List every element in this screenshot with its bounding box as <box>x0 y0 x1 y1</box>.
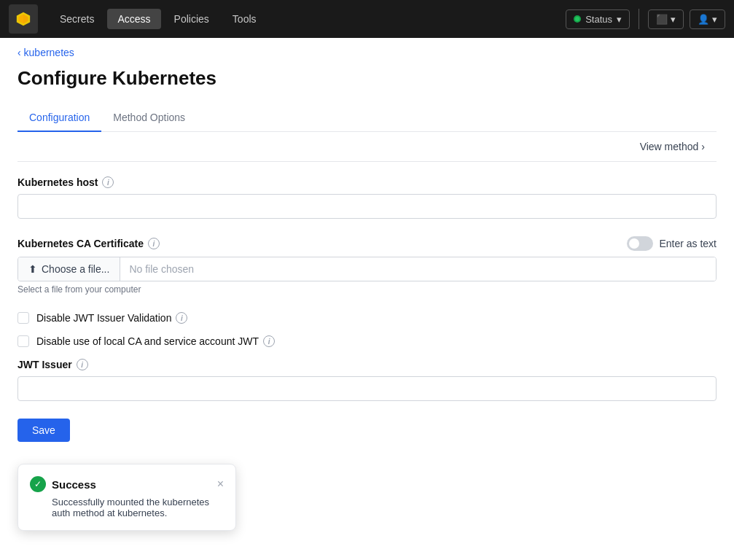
user-chevron: ▾ <box>712 14 717 25</box>
status-chevron: ▾ <box>617 14 622 25</box>
user-icon: 👤 <box>698 14 709 25</box>
nav-access[interactable]: Access <box>107 9 160 29</box>
cert-header: Kubernetes CA Certificate i Enter as tex… <box>17 236 717 251</box>
breadcrumb[interactable]: kubernetes <box>0 38 734 67</box>
page-content: Configure Kubernetes Configuration Metho… <box>0 67 734 459</box>
terminal-icon: ⬛ <box>656 14 668 25</box>
tab-method-options[interactable]: Method Options <box>101 104 197 132</box>
save-button[interactable]: Save <box>17 419 70 442</box>
enter-as-text-toggle[interactable] <box>627 236 653 251</box>
disable-jwt-issuer-label: Disable JWT Issuer Validation i <box>36 312 187 324</box>
kubernetes-host-input[interactable] <box>17 194 717 219</box>
status-dot <box>574 15 581 23</box>
kubernetes-host-section: Kubernetes host i <box>17 176 717 219</box>
file-input-row: ⬆ Choose a file... No file chosen <box>17 257 717 281</box>
vault-logo[interactable] <box>9 4 38 34</box>
choose-file-button[interactable]: ⬆ Choose a file... <box>18 257 120 281</box>
nav-policies[interactable]: Policies <box>164 9 219 29</box>
file-hint: Select a file from your computer <box>17 284 717 295</box>
view-method-link[interactable]: View method › <box>640 141 705 152</box>
no-file-chosen-text: No file chosen <box>120 257 716 281</box>
terminal-button[interactable]: ⬛ ▾ <box>648 9 684 29</box>
cert-info-icon[interactable]: i <box>148 238 160 249</box>
topnav: Secrets Access Policies Tools Status ▾ ⬛… <box>0 0 734 38</box>
status-button[interactable]: Status ▾ <box>566 9 630 29</box>
tab-configuration[interactable]: Configuration <box>17 104 101 132</box>
disable-local-ca-info-icon[interactable]: i <box>263 335 275 347</box>
cert-label: Kubernetes CA Certificate i <box>17 238 160 249</box>
jwt-issuer-section: JWT Issuer i <box>17 359 717 401</box>
nav-divider <box>639 9 639 29</box>
disable-jwt-issuer-checkbox[interactable] <box>17 312 29 324</box>
nav-right: Status ▾ ⬛ ▾ 👤 ▾ <box>566 9 725 29</box>
enter-as-text-row: Enter as text <box>627 236 717 251</box>
jwt-issuer-info-icon[interactable]: i <box>77 359 88 370</box>
disable-local-ca-checkbox[interactable] <box>17 335 29 347</box>
jwt-issuer-input[interactable] <box>17 376 717 401</box>
tabs: Configuration Method Options <box>17 104 717 132</box>
enter-as-text-label: Enter as text <box>659 238 717 249</box>
view-method-chevron: › <box>701 141 705 152</box>
terminal-chevron: ▾ <box>671 14 676 25</box>
page-title: Configure Kubernetes <box>17 67 717 90</box>
disable-local-ca-row: Disable use of local CA and service acco… <box>17 335 717 347</box>
nav-secrets[interactable]: Secrets <box>50 9 104 29</box>
disable-jwt-issuer-info-icon[interactable]: i <box>176 312 187 324</box>
view-method-bar: View method › <box>17 132 717 162</box>
disable-local-ca-label: Disable use of local CA and service acco… <box>36 335 275 347</box>
nav-tools[interactable]: Tools <box>222 9 267 29</box>
disable-jwt-issuer-row: Disable JWT Issuer Validation i <box>17 312 717 324</box>
status-label: Status <box>585 14 612 25</box>
jwt-issuer-label: JWT Issuer i <box>17 359 717 370</box>
kubernetes-ca-cert-section: Kubernetes CA Certificate i Enter as tex… <box>17 236 717 295</box>
kubernetes-host-label: Kubernetes host i <box>17 176 717 188</box>
upload-icon: ⬆ <box>28 263 37 275</box>
view-method-label: View method <box>640 141 699 152</box>
kubernetes-host-info-icon[interactable]: i <box>102 176 114 188</box>
user-button[interactable]: 👤 ▾ <box>690 9 725 29</box>
